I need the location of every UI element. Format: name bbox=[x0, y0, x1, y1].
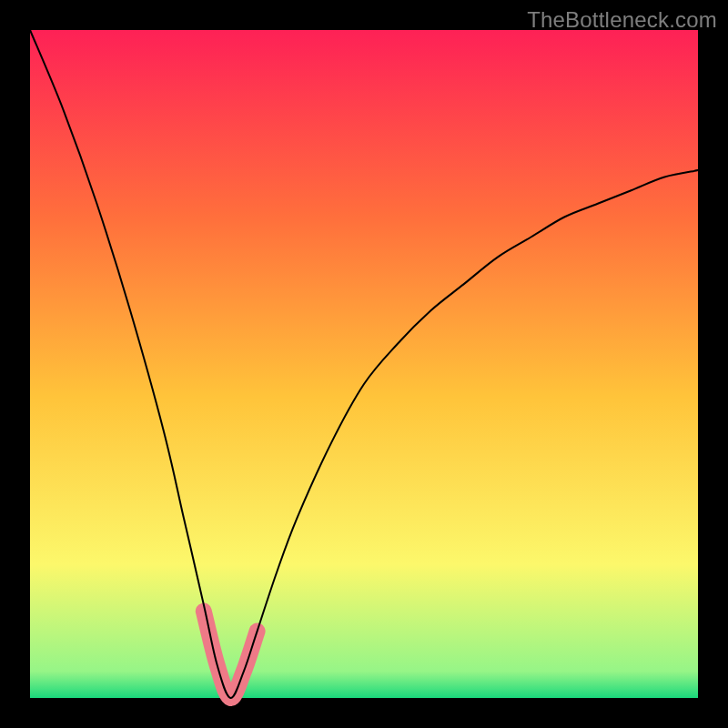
bottleneck-curve-line bbox=[30, 30, 698, 698]
curve-svg bbox=[30, 30, 698, 698]
watermark-text: TheBottleneck.com bbox=[527, 7, 717, 33]
plot-area bbox=[30, 30, 698, 698]
outer-frame: TheBottleneck.com bbox=[0, 0, 728, 728]
